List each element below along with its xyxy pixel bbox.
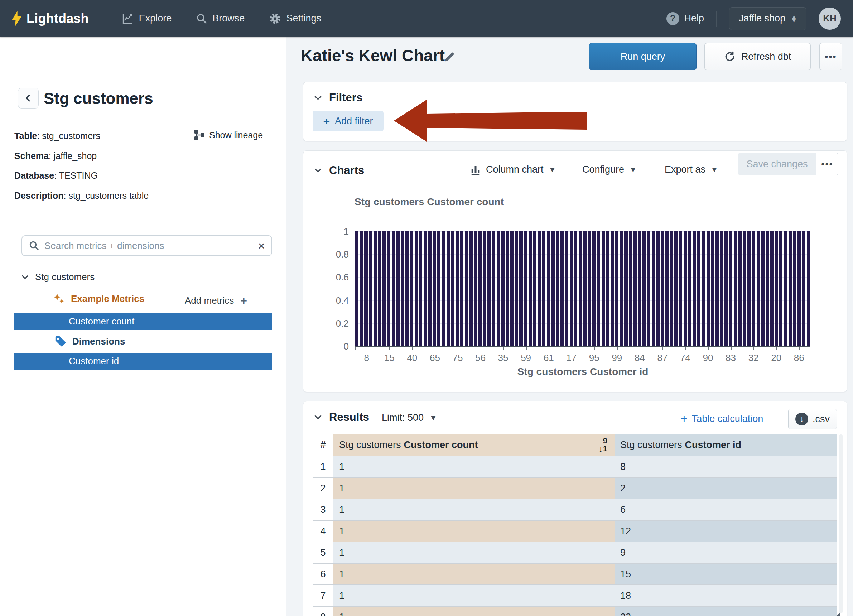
bar	[656, 231, 659, 346]
lightdash-logo[interactable]: Lightdash	[11, 11, 89, 26]
run-query-button[interactable]: Run query	[589, 43, 697, 70]
edit-pencil-icon[interactable]	[443, 51, 455, 64]
bar	[519, 231, 522, 346]
bar	[766, 231, 769, 346]
bar	[779, 231, 782, 346]
add-filter-button[interactable]: + Add filter	[313, 111, 384, 132]
bar	[720, 231, 723, 346]
bar	[652, 231, 655, 346]
clear-search-icon[interactable]: ×	[258, 240, 265, 252]
chart-name-title: Katie's Kewl Chart	[301, 46, 445, 65]
tree-dimension-customer-id[interactable]: Customer id	[14, 353, 272, 370]
bar	[620, 231, 623, 346]
x-tick-label: 74	[674, 352, 697, 364]
bar	[510, 231, 513, 346]
nav-item-settings[interactable]: Settings	[269, 12, 321, 25]
lightdash-app: Lightdash Explore Browse Settings ? Help	[0, 0, 853, 616]
results-header[interactable]: Results	[313, 411, 369, 424]
bar	[638, 231, 641, 346]
y-tick-label: 0.8	[324, 249, 349, 260]
table-cell: 6	[313, 564, 333, 584]
x-tick-label: 35	[492, 352, 515, 364]
table-row[interactable]: 7118	[313, 585, 837, 607]
project-switcher[interactable]: Jaffle shop ▲▼	[729, 7, 806, 30]
bar	[661, 231, 664, 346]
tree-metric-customer-count[interactable]: Customer count	[14, 313, 272, 330]
bar	[670, 231, 673, 346]
bar	[415, 231, 418, 346]
bar	[433, 231, 436, 346]
chart-type-dropdown[interactable]: Column chart ▼	[470, 164, 556, 175]
table-cell: 4	[313, 521, 333, 542]
x-tick-label: 83	[719, 352, 742, 364]
gear-icon	[269, 12, 281, 25]
table-row[interactable]: 6115	[313, 564, 837, 585]
x-tick-label: 20	[765, 352, 788, 364]
limit-dropdown[interactable]: Limit: 500 ▼	[382, 412, 437, 423]
header-more-button[interactable]: •••	[819, 43, 842, 70]
bar	[405, 231, 408, 346]
avatar[interactable]: KH	[819, 8, 841, 30]
tree-dimensions-group[interactable]: Dimensions	[55, 335, 125, 347]
bar	[542, 231, 545, 346]
tree-metrics-group[interactable]: Example Metrics	[52, 292, 144, 305]
nav-item-browse[interactable]: Browse	[196, 13, 244, 24]
export-dropdown[interactable]: Export as ▼	[665, 164, 718, 175]
column-header-customer-id[interactable]: Stg customers Customer id	[615, 434, 837, 455]
chart-more-button[interactable]: •••	[816, 153, 838, 176]
bar	[679, 231, 682, 346]
bar	[793, 231, 797, 346]
column-header-index[interactable]: #	[313, 434, 333, 455]
table-calculation-button[interactable]: + Table calculation	[681, 412, 763, 425]
bar	[574, 231, 577, 346]
bar	[501, 231, 505, 346]
show-lineage-button[interactable]: Show lineage	[193, 129, 263, 141]
meta-description: Description: stg_customers table	[14, 191, 149, 201]
y-tick-label: 0.4	[324, 295, 349, 306]
y-tick-label: 0.2	[324, 318, 349, 329]
bar	[592, 231, 595, 346]
bar	[642, 231, 646, 346]
table-row[interactable]: 316	[313, 499, 837, 521]
table-cell: 6	[615, 499, 837, 520]
help-button[interactable]: ? Help	[666, 12, 704, 25]
save-changes-button[interactable]: Save changes	[738, 153, 816, 176]
x-tick	[753, 347, 754, 350]
nav-label: Explore	[139, 13, 172, 24]
table-cell: 2	[615, 478, 837, 499]
bar	[565, 231, 568, 346]
search-input[interactable]	[44, 240, 258, 252]
column-header-customer-count[interactable]: Stg customers Customer count ↓91	[333, 434, 615, 455]
charts-header[interactable]: Charts	[313, 164, 364, 177]
nav-item-explore[interactable]: Explore	[122, 12, 172, 25]
nav-items: Explore Browse Settings	[122, 12, 321, 25]
bar	[524, 231, 527, 346]
resize-grip[interactable]	[833, 612, 841, 616]
bar	[465, 231, 468, 346]
meta-table: Table: stg_customers	[14, 131, 100, 141]
table-row[interactable]: 8123	[313, 607, 837, 616]
bar	[410, 231, 413, 346]
bar	[797, 231, 801, 346]
table-cell: 15	[615, 564, 837, 584]
refresh-dbt-button[interactable]: Refresh dbt	[704, 43, 811, 70]
save-changes-group: Save changes •••	[738, 153, 838, 176]
configure-dropdown[interactable]: Configure ▼	[582, 164, 637, 175]
table-row[interactable]: 212	[313, 478, 837, 499]
tag-icon	[55, 335, 67, 347]
table-row[interactable]: 118	[313, 456, 837, 478]
table-row[interactable]: 4112	[313, 521, 837, 542]
table-scrollbar[interactable]	[839, 434, 842, 613]
back-button[interactable]	[18, 88, 39, 109]
add-metrics-button[interactable]: Add metrics +	[185, 294, 247, 307]
plus-icon: +	[240, 294, 247, 307]
tree-table-node[interactable]: Stg customers	[21, 272, 94, 282]
dimensions-group-label: Dimensions	[72, 336, 125, 347]
download-csv-button[interactable]: ↓ .csv	[788, 409, 837, 429]
sort-desc-icon[interactable]: ↓91	[598, 437, 607, 453]
table-row[interactable]: 519	[313, 542, 837, 564]
y-tick-label: 1	[324, 226, 349, 237]
filters-header[interactable]: Filters	[313, 91, 363, 104]
bar	[602, 231, 605, 346]
bar	[483, 231, 486, 346]
